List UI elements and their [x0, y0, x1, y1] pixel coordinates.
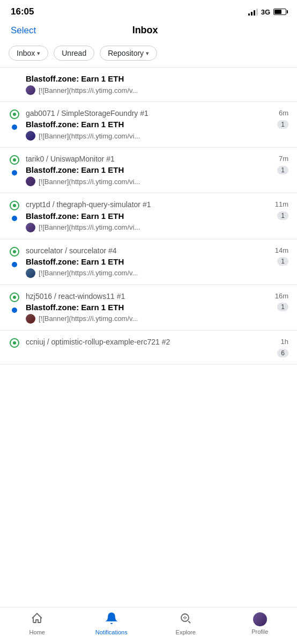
item-content: tarik0 / UniswapMonitor #1 7m Blastoff.z… [26, 154, 288, 186]
repo-line: ccniuj / optimistic-rollup-example-erc72… [26, 337, 288, 347]
nav-notifications[interactable]: Notifications [75, 612, 149, 635]
item-indicators [9, 108, 20, 130]
status-icons: 3G [248, 8, 286, 16]
signal-icon [248, 8, 258, 16]
item-preview: [![Banner](https://i.ytimg.com/vi... [39, 223, 288, 231]
filter-inbox-label: Inbox [17, 49, 35, 57]
item-title: Blastoff.zone: Earn 1 ETH [26, 303, 273, 312]
unread-dot [12, 125, 17, 130]
repo-name: gab0071 / SimpleStorageFoundry #1 [26, 108, 274, 118]
repo-line: sourcelator / sourcelator #4 14m [26, 246, 288, 255]
item-title: Blastoff.zone: Earn 1 ETH [26, 257, 273, 266]
item-content: hzj5016 / react-windows11 #1 16m Blastof… [26, 291, 288, 324]
repo-name: tarik0 / UniswapMonitor #1 [26, 154, 274, 164]
repo-line: gab0071 / SimpleStorageFoundry #1 6m [26, 108, 288, 118]
title-line: Blastoff.zone: Earn 1 ETH 1 [26, 257, 288, 266]
repo-name: ccniuj / optimistic-rollup-example-erc72… [26, 337, 277, 347]
item-time: 16m [275, 291, 288, 300]
repo-name: sourcelator / sourcelator #4 [26, 246, 271, 255]
open-state-icon [10, 109, 19, 119]
item-time: 7m [279, 154, 288, 163]
item-badge: 1 [277, 257, 288, 266]
item-indicators [9, 154, 20, 175]
item-preview: [![Banner](https://i.ytimg.com/v... [39, 86, 288, 94]
repo-name: hzj5016 / react-windows11 #1 [26, 291, 271, 301]
nav-home[interactable]: Home [0, 612, 75, 635]
select-button[interactable]: Select [11, 25, 36, 36]
item-time: 6m [279, 108, 288, 117]
nav-profile[interactable]: Profile [223, 612, 298, 635]
list-item[interactable]: ccniuj / optimistic-rollup-example-erc72… [0, 331, 297, 364]
item-title: Blastoff.zone: Earn 1 ETH [26, 120, 273, 129]
avatar [26, 314, 35, 324]
filter-unread[interactable]: Unread [54, 46, 94, 61]
list-item[interactable]: Blastoff.zone: Earn 1 ETH [![Banner](htt… [0, 68, 297, 102]
item-indicators [9, 200, 20, 221]
item-indicators [9, 291, 20, 313]
item-title: Blastoff.zone: Earn 1 ETH [26, 165, 273, 174]
avatar [26, 177, 35, 186]
svg-point-0 [181, 614, 189, 621]
item-preview: [![Banner](https://i.ytimg.com/vi... [39, 132, 288, 140]
item-badge: 1 [277, 303, 288, 311]
open-state-icon [10, 247, 19, 257]
repo-name: crypt1d / thegraph-query-simulator #1 [26, 200, 271, 209]
item-preview-line: [![Banner](https://i.ytimg.com/vi... [26, 131, 288, 141]
item-preview: [![Banner](https://i.ytimg.com/v... [39, 314, 288, 323]
chevron-down-icon: ▾ [37, 50, 40, 57]
open-state-icon [10, 292, 19, 302]
unread-dot [12, 170, 17, 175]
item-content: gab0071 / SimpleStorageFoundry #1 6m Bla… [26, 108, 288, 141]
repo-line: hzj5016 / react-windows11 #1 16m [26, 291, 288, 301]
list-item[interactable]: hzj5016 / react-windows11 #1 16m Blastof… [0, 285, 297, 331]
battery-icon [273, 9, 286, 15]
item-preview: [![Banner](https://i.ytimg.com/vi... [39, 178, 288, 186]
filter-unread-label: Unread [62, 49, 86, 57]
page-title: Inbox [132, 25, 158, 36]
profile-icon [253, 612, 267, 626]
item-badge: 1 [277, 211, 288, 220]
network-label: 3G [261, 8, 270, 16]
notifications-icon [105, 612, 118, 627]
item-indicators [9, 337, 20, 348]
repo-line: tarik0 / UniswapMonitor #1 7m [26, 154, 288, 164]
item-badge: 6 [277, 349, 288, 357]
item-badge: 1 [277, 120, 288, 129]
item-content: sourcelator / sourcelator #4 14m Blastof… [26, 246, 288, 278]
unread-dot [12, 262, 17, 267]
item-time: 11m [275, 200, 288, 208]
filter-inbox[interactable]: Inbox ▾ [9, 46, 48, 61]
item-preview: [![Banner](https://i.ytimg.com/v... [39, 269, 288, 277]
item-time: 14m [275, 246, 288, 254]
nav-notifications-label: Notifications [95, 629, 128, 635]
avatar [26, 85, 35, 95]
chevron-down-icon-2: ▾ [146, 50, 149, 57]
filter-bar: Inbox ▾ Unread Repository ▾ [0, 41, 297, 68]
open-state-icon [10, 338, 19, 348]
list-item[interactable]: crypt1d / thegraph-query-simulator #1 11… [0, 193, 297, 239]
nav-bar: Select Inbox [0, 20, 297, 41]
avatar [26, 131, 35, 141]
item-preview-line: [![Banner](https://i.ytimg.com/v... [26, 314, 288, 324]
list-item[interactable]: sourcelator / sourcelator #4 14m Blastof… [0, 239, 297, 285]
repo-line: crypt1d / thegraph-query-simulator #1 11… [26, 200, 288, 209]
open-state-icon [10, 201, 19, 210]
filter-repository[interactable]: Repository ▾ [100, 46, 157, 61]
unread-dot [12, 308, 17, 313]
list-item[interactable]: tarik0 / UniswapMonitor #1 7m Blastoff.z… [0, 148, 297, 193]
avatar [26, 268, 35, 278]
item-title: Blastoff.zone: Earn 1 ETH [26, 74, 288, 83]
open-state-icon [10, 155, 19, 165]
item-preview-line: [![Banner](https://i.ytimg.com/vi... [26, 223, 288, 232]
list-item[interactable]: gab0071 / SimpleStorageFoundry #1 6m Bla… [0, 102, 297, 148]
nav-explore-label: Explore [176, 629, 196, 635]
nav-profile-label: Profile [251, 628, 268, 635]
title-line: Blastoff.zone: Earn 1 ETH 1 [26, 211, 288, 221]
item-title: Blastoff.zone: Earn 1 ETH [26, 211, 273, 221]
item-badge: 1 [277, 166, 288, 174]
nav-explore[interactable]: Explore [148, 612, 223, 635]
filter-repository-label: Repository [108, 49, 144, 57]
status-bar: 16:05 3G [0, 0, 297, 20]
home-icon [31, 612, 43, 627]
item-preview-line: [![Banner](https://i.ytimg.com/v... [26, 268, 288, 278]
